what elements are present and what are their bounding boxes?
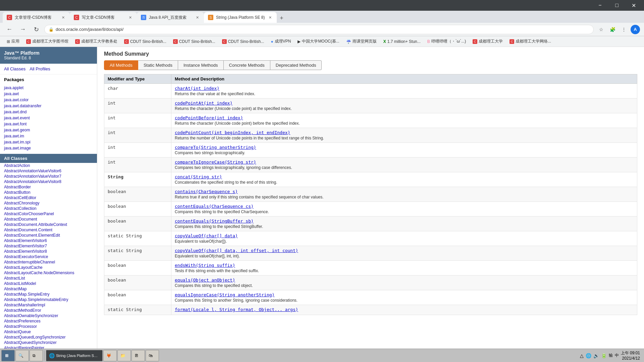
tab-concrete-methods[interactable]: Concrete Methods: [224, 60, 270, 70]
class-item[interactable]: AbstractQueue: [0, 329, 97, 335]
method-name-link[interactable]: codePointCount(int beginIndex, int endIn…: [175, 130, 290, 135]
minimize-button[interactable]: −: [592, 0, 608, 11]
class-item[interactable]: AbstractAction: [0, 163, 97, 168]
tray-network-icon[interactable]: 🌐: [586, 353, 591, 358]
tray-clock[interactable]: 上午 09:01 2021/4/12: [621, 350, 640, 361]
tab-close-button[interactable]: ✕: [267, 15, 273, 20]
class-item[interactable]: AbstractDocument.Content: [0, 227, 97, 233]
class-item[interactable]: AbstractMarshallerImpl: [0, 302, 97, 308]
settings-icon[interactable]: ⋮: [619, 25, 629, 34]
reload-button[interactable]: ↻: [31, 24, 42, 35]
taskbar-chrome[interactable]: 🌐 String (Java Platform SE 8): [46, 350, 103, 361]
class-item[interactable]: AbstractInterruptibleChannel: [0, 259, 97, 265]
class-item[interactable]: AbstractAnnotationValueVisitor6: [0, 168, 97, 174]
class-item[interactable]: AbstractOwnableSynchronizer: [0, 313, 97, 318]
tab-deprecated-methods[interactable]: Deprecated Methods: [270, 60, 322, 70]
taskbar-explorer[interactable]: 📁: [117, 350, 131, 361]
class-item[interactable]: AbstractCollection: [0, 206, 97, 211]
method-name-link[interactable]: equalsIgnoreCase(String anotherString): [175, 292, 274, 297]
taskbar-firefox[interactable]: 🦊: [103, 350, 117, 361]
class-item[interactable]: AbstractQueuedSynchronizer: [0, 340, 97, 345]
class-item[interactable]: AbstractDocument.ElementEdit: [0, 233, 97, 238]
class-item[interactable]: AbstractMap: [0, 286, 97, 292]
class-item[interactable]: AbstractLayoutCache: [0, 265, 97, 270]
class-item[interactable]: AbstractProcessor: [0, 324, 97, 329]
back-button[interactable]: ←: [4, 24, 15, 35]
tab-instance-methods[interactable]: Instance Methods: [178, 60, 224, 70]
class-item[interactable]: AbstractList: [0, 276, 97, 281]
method-name-link[interactable]: contentEquals(CharSequence cs): [175, 204, 254, 209]
tray-chevron-icon[interactable]: △: [580, 353, 584, 358]
method-name-link[interactable]: contentEquals(StringBuffer sb): [175, 219, 254, 224]
taskbar-store[interactable]: 🛍: [146, 350, 159, 361]
tab-close-button[interactable]: ✕: [127, 15, 133, 20]
bookmark-vpn[interactable]: ● 成理VPN: [268, 38, 293, 45]
package-item[interactable]: java.awt.color: [0, 97, 97, 103]
class-item[interactable]: AbstractMethodError: [0, 308, 97, 313]
method-name-link[interactable]: codePointBefore(int index): [175, 115, 243, 120]
tray-lang-icon[interactable]: 中: [615, 353, 619, 358]
tab-csdn-manage[interactable]: C 文章管理-CSDN博客 ✕: [3, 12, 70, 23]
class-item[interactable]: AbstractQueuedLongSynchronizer: [0, 335, 97, 340]
tray-ime-icon[interactable]: 输: [609, 353, 613, 358]
bookmark-edu[interactable]: C 成都理工大学教务处: [72, 38, 120, 45]
class-item[interactable]: AbstractElementVisitor6: [0, 238, 97, 243]
package-item[interactable]: java.awt.dnd: [0, 109, 97, 115]
tab-java-api-search[interactable]: 百 Java 8 API_百度搜索 ✕: [137, 12, 204, 23]
class-item[interactable]: AbstractColorChooserPanel: [0, 211, 97, 217]
class-item[interactable]: AbstractMap.SimpleEntry: [0, 292, 97, 297]
bookmark-lib[interactable]: C 成都理工大学图书馆: [23, 38, 71, 45]
method-name-link[interactable]: codePointAt(int index): [175, 101, 232, 106]
bookmark-mooc[interactable]: ▶ 中国大学MOOC(慕...: [295, 38, 342, 45]
tab-close-button[interactable]: ✕: [60, 15, 66, 20]
method-name-link[interactable]: compareTo(String anotherString): [175, 145, 256, 150]
method-name-link[interactable]: compareToIgnoreCase(String str): [175, 160, 256, 165]
bookmark-cdu[interactable]: C 成都理工大学: [470, 38, 505, 45]
package-item[interactable]: java.awt.font: [0, 121, 97, 127]
package-item[interactable]: java.awt.im.spi: [0, 139, 97, 145]
profile-button[interactable]: A: [631, 25, 640, 34]
all-classes-link[interactable]: All Classes: [4, 66, 25, 71]
package-item[interactable]: java.awt.geom: [0, 127, 97, 133]
tab-all-methods[interactable]: All Methods: [104, 60, 138, 70]
class-item[interactable]: AbstractAnnotationValueVisitor7: [0, 174, 97, 179]
maximize-button[interactable]: □: [609, 0, 625, 11]
start-button[interactable]: ⊞: [1, 350, 15, 361]
method-name-link[interactable]: format(Locale l, String format, Object..…: [175, 307, 298, 312]
class-item[interactable]: AbstractMap.SimpleImmutableEntry: [0, 297, 97, 302]
package-item[interactable]: java.awt: [0, 91, 97, 97]
class-item[interactable]: AbstractBorder: [0, 184, 97, 190]
class-item[interactable]: AbstractChronology: [0, 200, 97, 206]
bookmark-sino1[interactable]: C CDUT Sino-British...: [121, 39, 169, 45]
bookmark-cdu-net[interactable]: C 成都理工大学网络...: [507, 38, 554, 45]
package-item[interactable]: java.awt.datatransfer: [0, 103, 97, 109]
class-item[interactable]: AbstractCellEditor: [0, 195, 97, 200]
all-profiles-link[interactable]: All Profiles: [30, 66, 50, 71]
bookmark-sino2[interactable]: C CDUT Sino-British...: [170, 39, 218, 45]
class-item[interactable]: AbstractElementVisitor7: [0, 243, 97, 249]
method-name-link[interactable]: copyValueOf(char[] data, int offset, int…: [175, 248, 298, 253]
tab-csdn-write[interactable]: C 写文章-CSDN博客 ✕: [70, 12, 137, 23]
task-view-button[interactable]: ⧉: [30, 350, 43, 361]
package-item[interactable]: java.awt.event: [0, 115, 97, 121]
class-item[interactable]: AbstractDocument: [0, 217, 97, 222]
url-bar[interactable]: 🔒 docs.oracle.com/javase/8/docs/api/: [44, 25, 594, 34]
class-item[interactable]: AbstractPreferences: [0, 318, 97, 324]
class-item[interactable]: AbstractLayoutCache.NodeDimensions: [0, 270, 97, 276]
tab-close-button[interactable]: ✕: [195, 15, 200, 20]
taskbar-notepad[interactable]: 🖹: [131, 350, 145, 361]
close-button[interactable]: ✕: [626, 0, 641, 11]
method-name-link[interactable]: concat(String str): [175, 174, 222, 179]
method-name-link[interactable]: contains(CharSequence s): [175, 189, 238, 194]
class-item[interactable]: AbstractButton: [0, 190, 97, 195]
class-item[interactable]: AbstractAnnotationValueVisitor8: [0, 179, 97, 184]
class-item[interactable]: AbstractExecutorService: [0, 254, 97, 259]
bookmark-bili[interactable]: B 哔哩哔哩（・`ω´...): [425, 38, 469, 45]
bookmark-apps[interactable]: ⊞ 应用: [4, 38, 22, 45]
class-item[interactable]: AbstractDocument.AttributeContext: [0, 222, 97, 227]
package-item[interactable]: java.applet: [0, 85, 97, 91]
search-button[interactable]: 🔍: [15, 350, 29, 361]
bookmark-stun[interactable]: X 1.7 million+ Stun...: [381, 39, 423, 45]
new-tab-button[interactable]: +: [277, 13, 286, 23]
bookmark-rain[interactable]: ☔ 雨课堂网页版: [343, 38, 379, 45]
